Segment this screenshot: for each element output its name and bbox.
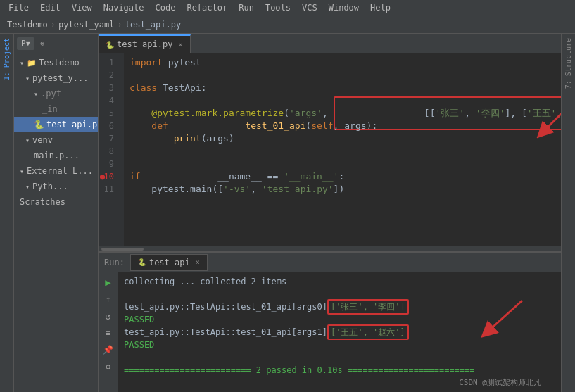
run-tab-close-icon[interactable]: × xyxy=(196,258,200,266)
menu-window[interactable]: Window xyxy=(324,0,363,15)
menu-help[interactable]: Help xyxy=(366,0,395,15)
folder-icon-venv: ▾ xyxy=(25,137,30,144)
tree-item-testdemo[interactable]: ▾ 📁 Testdemo xyxy=(14,55,98,70)
ln-2: 2 xyxy=(99,69,118,82)
run-tab-name: test_api xyxy=(149,258,190,267)
tree-item-python[interactable]: ▾ Pyth... xyxy=(14,179,98,194)
menu-refactor[interactable]: Refactor xyxy=(182,0,232,15)
menu-code[interactable]: Code xyxy=(151,0,180,15)
editor-tab-bar: 🐍 test_api.py × xyxy=(99,34,561,53)
project-tree: ▾ 📁 Testdemo ▾ pytest_y... ▾ .pyt _in 🐍 … xyxy=(14,53,98,392)
main-area: 1: Project P▼ ⊕ – ▾ 📁 Testdemo ▾ pytest_… xyxy=(0,34,575,392)
ln-3: 3 xyxy=(99,82,118,94)
run-panel: Run: 🐍 test_api × ▶ ↑ ↺ ≡ 📌 ⚙ xyxy=(99,251,561,392)
menu-view[interactable]: View xyxy=(68,0,96,15)
console-line-7 xyxy=(124,351,555,364)
menu-vcs[interactable]: VCS xyxy=(298,0,322,15)
code-line-7: print (args) xyxy=(124,132,561,145)
menu-tools[interactable]: Tools xyxy=(261,0,295,15)
folder-open-icon-2: ▾ xyxy=(25,75,30,82)
sidebar-toolbar: P▼ ⊕ – xyxy=(14,34,98,53)
run-tab-icon: 🐍 xyxy=(138,258,146,266)
watermark: CSDN @测试架构师北凡 xyxy=(459,377,541,389)
tree-item-scratches[interactable]: Scratches xyxy=(14,194,98,210)
menu-edit[interactable]: Edit xyxy=(36,0,65,15)
console-line-6: PASSED xyxy=(124,339,555,351)
editor-split: 🐍 test_api.py × 1 2 3 4 5 6 7 xyxy=(99,34,561,246)
tree-item-pyt[interactable]: ▾ .pyt xyxy=(14,86,98,101)
editor-container: 🐍 test_api.py × 1 2 3 4 5 6 7 xyxy=(99,34,561,392)
breadcrumb-sep-2: › xyxy=(118,20,122,30)
run-rerun-btn[interactable]: ↺ xyxy=(101,309,115,323)
editor-scrollbar[interactable] xyxy=(99,246,561,251)
menu-run[interactable]: Run xyxy=(234,0,258,15)
code-line-3: class TestApi: xyxy=(124,82,561,94)
line-numbers: 1 2 3 4 5 6 7 8 9 ●10 11 xyxy=(99,53,124,246)
ln-7: 7 xyxy=(99,132,118,145)
menu-bar: File Edit View Navigate Code Refactor Ru… xyxy=(0,0,575,15)
run-play-btn[interactable]: ▶ xyxy=(101,275,115,289)
code-editor[interactable]: 1 2 3 4 5 6 7 8 9 ●10 11 xyxy=(99,53,561,246)
run-stop-btn[interactable]: ↑ xyxy=(101,292,115,306)
tree-item-in[interactable]: _in xyxy=(14,101,98,117)
ln-11: 11 xyxy=(99,183,118,196)
tree-item-pytest-yaml[interactable]: ▾ pytest_y... xyxy=(14,70,98,86)
scrollbar-thumb xyxy=(101,248,144,251)
tab-close-icon[interactable]: × xyxy=(178,41,182,49)
ln-4: 4 xyxy=(99,94,118,107)
run-filter-btn[interactable]: ≡ xyxy=(101,326,115,340)
sidebar-add-btn[interactable]: ⊕ xyxy=(36,37,49,50)
structure-tab-label[interactable]: 7: Structure xyxy=(563,34,574,93)
ln-8: 8 xyxy=(99,145,118,158)
console-line-8: ========================= 2 passed in 0.… xyxy=(124,364,555,377)
tree-item-external[interactable]: ▾ External L... xyxy=(14,163,98,179)
python-file-icon: 🐍 xyxy=(106,41,114,49)
breadcrumb-part-1[interactable]: Testdemo xyxy=(7,20,48,30)
console-line-1: collecting ... collected 2 items xyxy=(124,275,555,288)
code-line-2 xyxy=(124,69,561,82)
project-tab-label[interactable]: 1: Project xyxy=(1,34,12,84)
code-line-1: import pytest xyxy=(124,56,561,69)
tree-item-main[interactable]: main.p... xyxy=(14,148,98,163)
console-highlight-1: ['张三', '李四'] xyxy=(327,299,409,315)
console-output: collecting ... collected 2 items test_ap… xyxy=(118,272,561,392)
ln-5: 5 xyxy=(99,107,118,120)
breadcrumb-part-2[interactable]: pytest_yaml xyxy=(58,20,114,30)
left-vert-bar: 1: Project xyxy=(0,34,14,392)
run-controls: ▶ ↑ ↺ ≡ 📌 ⚙ xyxy=(99,272,118,392)
run-settings-btn[interactable]: ⚙ xyxy=(101,360,115,374)
tab-label: test_api.py xyxy=(117,39,172,49)
console-line-3: test_api.py::TestApi::test_01_api[args0]… xyxy=(124,301,555,313)
console-line-5: test_api.py::TestApi::test_01_api[args1]… xyxy=(124,326,555,339)
breadcrumb-part-3[interactable]: test_api.py xyxy=(125,20,181,30)
ln-10: ●10 xyxy=(99,170,118,183)
breadcrumb-sep-1: › xyxy=(51,20,56,30)
code-line-10: if __name__ == '__main__' : xyxy=(124,170,561,183)
menu-navigate[interactable]: Navigate xyxy=(99,0,149,15)
breadcrumb: Testdemo › pytest_yaml › test_api.py xyxy=(0,15,575,34)
run-label: Run: xyxy=(104,258,125,267)
ln-9: 9 xyxy=(99,158,118,170)
sidebar-view-selector[interactable]: P▼ xyxy=(17,37,34,50)
run-toolbar: ▶ ↑ ↺ ≡ 📌 ⚙ collecting ... collected 2 i… xyxy=(99,272,561,392)
folder-icon: ▾ xyxy=(34,90,38,98)
code-line-8 xyxy=(124,145,561,158)
right-vert-bar: 7: Structure xyxy=(561,34,575,392)
code-editor-area: 🐍 test_api.py × 1 2 3 4 5 6 7 xyxy=(99,34,561,246)
tree-item-test-api[interactable]: 🐍 test_api.py xyxy=(14,117,98,132)
tree-item-venv[interactable]: ▾ venv xyxy=(14,132,98,148)
folder-icon-py: ▾ xyxy=(25,183,30,191)
folder-open-icon: ▾ xyxy=(20,59,24,67)
run-tab-test-api[interactable]: 🐍 test_api × xyxy=(130,254,208,271)
ln-6: 6 xyxy=(99,120,118,132)
menu-file[interactable]: File xyxy=(4,0,33,15)
sidebar: P▼ ⊕ – ▾ 📁 Testdemo ▾ pytest_y... ▾ .pyt… xyxy=(14,34,99,392)
tab-test-api[interactable]: 🐍 test_api.py × xyxy=(99,34,191,53)
sidebar-collapse-btn[interactable]: – xyxy=(50,37,63,50)
console-highlight-2: ['王五', '赵六'] xyxy=(327,324,409,340)
run-pin-btn[interactable]: 📌 xyxy=(101,343,115,357)
run-tab-bar: Run: 🐍 test_api × xyxy=(99,253,561,272)
ln-1: 1 xyxy=(99,56,118,69)
code-content[interactable]: import pytest class TestApi: xyxy=(124,53,561,246)
code-line-11: pytest.main([ '-vs' , 'test_api.py' ]) xyxy=(124,183,561,196)
